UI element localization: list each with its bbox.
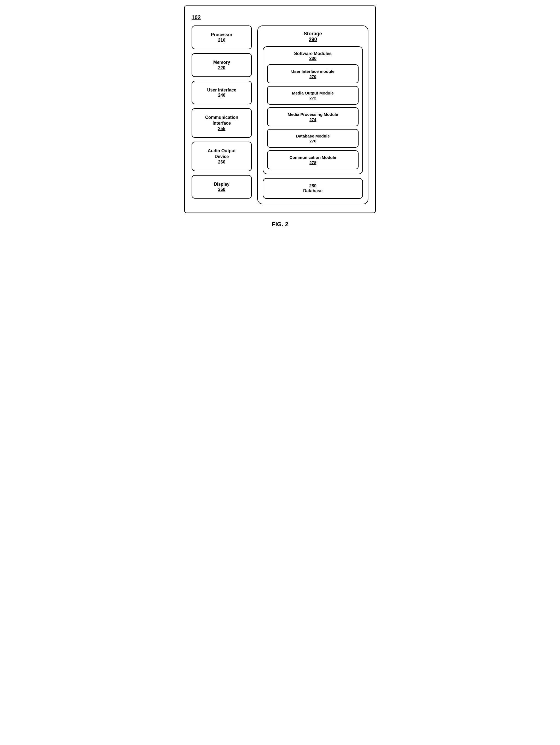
database-module-box: Database Module276: [267, 129, 358, 148]
memory-box-label: Memory: [196, 60, 247, 65]
processor-box-label: Processor: [196, 32, 247, 38]
media-output-module-box: Media Output Module272: [267, 86, 358, 105]
diagram-row: Processor210Memory220User Interface240Co…: [191, 26, 369, 204]
software-modules-ref: 230: [267, 56, 358, 61]
communication-interface-box: CommunicationInterface255: [191, 108, 252, 138]
audio-output-box-ref: 260: [196, 160, 247, 165]
storage-label: Storage: [263, 31, 363, 37]
media-output-module-box-label: Media Output Module: [271, 90, 355, 96]
audio-output-box: Audio OutputDevice260: [191, 141, 252, 171]
right-column: Storage 290 Software Modules 230 User In…: [257, 26, 369, 204]
user-interface-box-ref: 240: [196, 93, 247, 98]
modules-container: User Interface module270Media Output Mod…: [267, 64, 358, 169]
software-modules-label: Software Modules: [267, 51, 358, 56]
database-module-box-label: Database Module: [271, 133, 355, 139]
ui-module-box-ref: 270: [271, 74, 355, 79]
media-output-module-box-ref: 272: [271, 96, 355, 100]
database-box: 280 Database: [263, 178, 363, 199]
ui-module-box: User Interface module270: [267, 64, 358, 83]
processor-box: Processor210: [191, 26, 252, 49]
database-ref: 280: [266, 184, 360, 189]
media-processing-module-box-ref: 274: [271, 117, 355, 122]
database-label: Database: [266, 189, 360, 193]
software-modules-outer: Software Modules 230 User Interface modu…: [263, 46, 363, 174]
communication-interface-box-label: CommunicationInterface: [196, 115, 247, 126]
user-interface-box: User Interface240: [191, 81, 252, 105]
page-wrapper: 102 Processor210Memory220User Interface2…: [184, 5, 376, 228]
processor-box-ref: 210: [196, 38, 247, 43]
display-box-label: Display: [196, 182, 247, 187]
communication-module-box-label: Communication Module: [271, 155, 355, 160]
storage-ref: 290: [263, 37, 363, 42]
media-processing-module-box-label: Media Processing Module: [271, 112, 355, 117]
outer-box: 102 Processor210Memory220User Interface2…: [184, 5, 376, 213]
outer-ref: 102: [191, 14, 369, 21]
database-module-box-ref: 276: [271, 138, 355, 143]
storage-outer-box: Storage 290 Software Modules 230 User In…: [257, 26, 369, 204]
left-column: Processor210Memory220User Interface240Co…: [191, 26, 252, 199]
software-modules-title: Software Modules 230: [267, 51, 358, 61]
user-interface-box-label: User Interface: [196, 87, 247, 93]
memory-box-ref: 220: [196, 65, 247, 70]
communication-module-box-ref: 278: [271, 160, 355, 165]
communication-interface-box-ref: 255: [196, 126, 247, 131]
fig-label: FIG. 2: [272, 221, 288, 228]
memory-box: Memory220: [191, 53, 252, 77]
storage-title: Storage 290: [263, 31, 363, 42]
ui-module-box-label: User Interface module: [271, 69, 355, 74]
media-processing-module-box: Media Processing Module274: [267, 107, 358, 126]
display-box: Display250: [191, 175, 252, 199]
audio-output-box-label: Audio OutputDevice: [196, 148, 247, 160]
communication-module-box: Communication Module278: [267, 150, 358, 169]
display-box-ref: 250: [196, 187, 247, 192]
